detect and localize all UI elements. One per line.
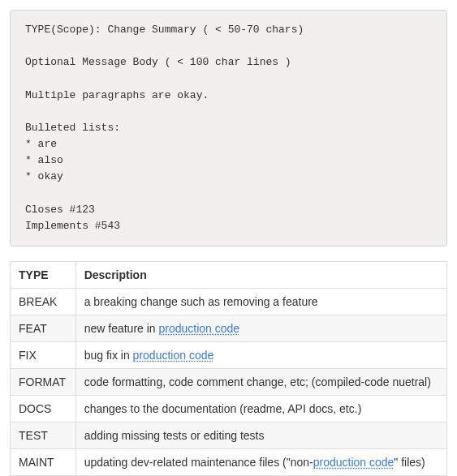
description-cell: bug fix in production code [75, 341, 446, 368]
description-cell: new feature in production code [75, 315, 446, 341]
type-cell: FIX [11, 341, 76, 368]
description-cell: code formatting, code comment change, et… [75, 368, 446, 395]
header-description: Description [75, 261, 446, 288]
type-cell: TEST [11, 422, 76, 448]
type-cell: FEAT [11, 315, 76, 341]
description-cell: adding missing tests or editing tests [75, 422, 446, 448]
production-code-link[interactable]: production code [313, 456, 394, 469]
type-cell: FORMAT [11, 368, 76, 395]
commit-format-block: TYPE(Scope): Change Summary ( < 50-70 ch… [10, 10, 447, 247]
table-row: FEATnew feature in production code [11, 315, 447, 341]
description-cell: updating dev-related maintenance files (… [75, 448, 446, 475]
table-row: TESTadding missing tests or editing test… [11, 422, 447, 448]
types-table: TYPE Description BREAKa breaking change … [10, 261, 447, 476]
type-cell: DOCS [11, 395, 76, 422]
table-row: DOCSchanges to the documentation (readme… [11, 395, 447, 422]
table-row: BREAKa breaking change such as removing … [11, 288, 447, 315]
production-code-link[interactable]: production code [159, 322, 240, 335]
type-cell: BREAK [11, 288, 76, 315]
type-cell: MAINT [11, 448, 76, 475]
table-row: FIXbug fix in production code [11, 341, 447, 368]
table-body: BREAKa breaking change such as removing … [11, 288, 447, 475]
production-code-link[interactable]: production code [133, 349, 214, 362]
description-cell: changes to the documentation (readme, AP… [75, 395, 446, 422]
table-row: FORMATcode formatting, code comment chan… [11, 368, 447, 395]
table-row: MAINTupdating dev-related maintenance fi… [11, 448, 447, 475]
table-header-row: TYPE Description [11, 261, 447, 288]
header-type: TYPE [11, 261, 76, 288]
description-cell: a breaking change such as removing a fea… [75, 288, 446, 315]
